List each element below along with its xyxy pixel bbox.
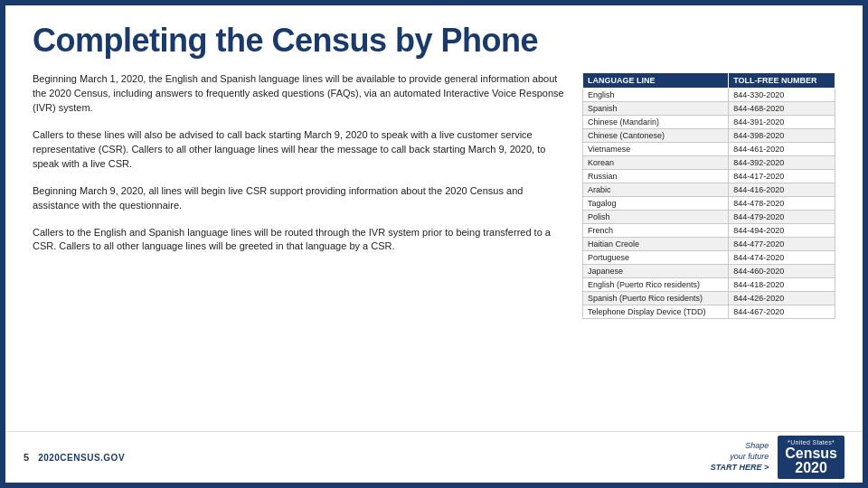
number-cell: 844-494-2020 [729, 224, 835, 238]
number-cell: 844-417-2020 [729, 170, 835, 183]
table-row: Russian844-417-2020 [583, 170, 835, 183]
language-cell: Spanish [583, 102, 729, 116]
table-row: Tagalog844-478-2020 [583, 197, 835, 211]
table-row: Spanish (Puerto Rico residents)844-426-2… [583, 292, 835, 305]
page-title: Completing the Census by Phone [33, 22, 835, 60]
table-row: Telephone Display Device (TDD)844-467-20… [583, 305, 835, 319]
col-header-language: LANGUAGE LINE [583, 73, 729, 89]
table-row: Arabic844-416-2020 [583, 183, 835, 197]
number-cell: 844-418-2020 [729, 278, 835, 292]
census-label: Census [785, 446, 837, 461]
table-row: Japanese844-460-2020 [583, 265, 835, 278]
footer-left: 5 2020CENSUS.GOV [24, 452, 125, 463]
paragraph-2: Callers to these lines will also be advi… [33, 128, 564, 172]
year-label: 2020 [795, 461, 827, 475]
number-cell: 844-479-2020 [729, 211, 835, 224]
paragraph-3: Beginning March 9, 2020, all lines will … [33, 184, 564, 213]
paragraph-4: Callers to the English and Spanish langu… [33, 226, 564, 255]
number-cell: 844-391-2020 [729, 116, 835, 129]
footer-right: Shapeyour futureSTART HERE > *United Sta… [711, 436, 844, 479]
content-area: Beginning March 1, 2020, the English and… [5, 65, 863, 431]
language-cell: Russian [583, 170, 729, 183]
language-cell: Polish [583, 211, 729, 224]
language-cell: French [583, 224, 729, 238]
number-cell: 844-461-2020 [729, 143, 835, 156]
table-row: English844-330-2020 [583, 89, 835, 102]
number-cell: 844-468-2020 [729, 102, 835, 116]
language-cell: Telephone Display Device (TDD) [583, 305, 729, 319]
number-cell: 844-467-2020 [729, 305, 835, 319]
number-cell: 844-398-2020 [729, 129, 835, 143]
slide: Completing the Census by Phone Beginning… [0, 0, 868, 488]
table-row: Portuguese844-474-2020 [583, 251, 835, 265]
table-row: Chinese (Cantonese)844-398-2020 [583, 129, 835, 143]
number-cell: 844-392-2020 [729, 156, 835, 170]
table-row: French844-494-2020 [583, 224, 835, 238]
number-cell: 844-478-2020 [729, 197, 835, 211]
table-row: Korean844-392-2020 [583, 156, 835, 170]
language-cell: Vietnamese [583, 143, 729, 156]
shape-future-text: Shapeyour futureSTART HERE > [711, 441, 769, 473]
language-cell: English (Puerto Rico residents) [583, 278, 729, 292]
language-cell: Chinese (Mandarin) [583, 116, 729, 129]
number-cell: 844-477-2020 [729, 238, 835, 251]
right-column: LANGUAGE LINE TOLL-FREE NUMBER English84… [582, 65, 835, 431]
language-cell: Japanese [583, 265, 729, 278]
left-column: Beginning March 1, 2020, the English and… [33, 65, 564, 431]
number-cell: 844-460-2020 [729, 265, 835, 278]
footer-url: 2020CENSUS.GOV [38, 453, 125, 463]
table-row: Haitian Creole844-477-2020 [583, 238, 835, 251]
header: Completing the Census by Phone [5, 5, 863, 65]
table-row: Chinese (Mandarin)844-391-2020 [583, 116, 835, 129]
number-cell: 844-330-2020 [729, 89, 835, 102]
table-row: Vietnamese844-461-2020 [583, 143, 835, 156]
table-row: Polish844-479-2020 [583, 211, 835, 224]
language-cell: Spanish (Puerto Rico residents) [583, 292, 729, 305]
phone-table: LANGUAGE LINE TOLL-FREE NUMBER English84… [582, 72, 835, 319]
united-states-label: *United States* [788, 439, 835, 446]
language-cell: Chinese (Cantonese) [583, 129, 729, 143]
number-cell: 844-474-2020 [729, 251, 835, 265]
language-cell: Portuguese [583, 251, 729, 265]
table-row: Spanish844-468-2020 [583, 102, 835, 116]
footer: 5 2020CENSUS.GOV Shapeyour futureSTART H… [5, 431, 863, 483]
language-cell: Korean [583, 156, 729, 170]
census-logo: *United States* Census 2020 [778, 436, 844, 479]
language-cell: Arabic [583, 183, 729, 197]
language-cell: English [583, 89, 729, 102]
paragraph-1: Beginning March 1, 2020, the English and… [33, 72, 564, 116]
number-cell: 844-416-2020 [729, 183, 835, 197]
language-cell: Tagalog [583, 197, 729, 211]
table-row: English (Puerto Rico residents)844-418-2… [583, 278, 835, 292]
language-cell: Haitian Creole [583, 238, 729, 251]
number-cell: 844-426-2020 [729, 292, 835, 305]
page-number: 5 [24, 452, 29, 463]
col-header-number: TOLL-FREE NUMBER [729, 73, 835, 89]
